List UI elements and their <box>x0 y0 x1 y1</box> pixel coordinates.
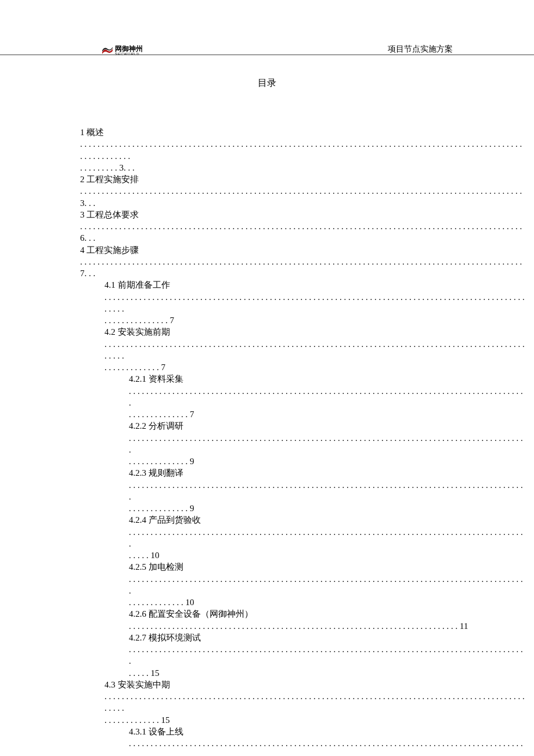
toc-entry-leader: . . . . . . . . . . . . . . . . . . . . … <box>129 432 525 456</box>
toc-entry-title: 4.2.6 配置安全设备（网御神州） <box>129 608 525 620</box>
toc-entry-leader: . . . . . . . . . 3. . . <box>80 162 525 173</box>
toc-entry-title: 4 工程实施步骤 <box>80 244 525 256</box>
toc-entry-leader: . . . . . . . . . . . . . . . . . . . . … <box>80 185 525 209</box>
toc-entry-leader: . . . . . . . . . . . . . . . . . . . . … <box>129 573 525 597</box>
page-header: 网御神州 SECWORLD 项目节点实施方案 <box>0 41 534 55</box>
toc-entry-title: 4.2.3 规则翻译 <box>129 467 525 479</box>
toc-entry[interactable]: 4.3.1 设备上线. . . . . . . . . . . . . . . … <box>80 726 525 756</box>
page: 网御神州 SECWORLD 项目节点实施方案 目录 1 概述. . . . . … <box>0 0 534 756</box>
toc-entry-leader: . . . . . . . . . . . . . . . . . . . . … <box>129 526 525 550</box>
toc-entry-title: 4.1 前期准备工作 <box>104 279 525 291</box>
toc-entry[interactable]: 4.2.4 产品到货验收. . . . . . . . . . . . . . … <box>80 514 525 561</box>
logo: 网御神州 SECWORLD <box>102 45 143 56</box>
toc-entry-title: 4.3 安装实施中期 <box>104 679 525 690</box>
toc-entry[interactable]: 4.2 安装实施前期. . . . . . . . . . . . . . . … <box>80 326 525 373</box>
toc-entry[interactable]: 3 工程总体要求. . . . . . . . . . . . . . . . … <box>80 209 525 244</box>
toc-entry-leader: . . . . . . . . . . . . . . . . . . . . … <box>129 385 525 409</box>
toc-entry[interactable]: 4.2.2 分析调研. . . . . . . . . . . . . . . … <box>80 420 525 467</box>
toc-entry[interactable]: 4.2.7 模拟环境测试. . . . . . . . . . . . . . … <box>80 632 525 679</box>
toc-entry-leader: . . . . . 15 <box>129 667 525 679</box>
toc-entry-leader: . . . . . . . . . . . . . . . . . . . . … <box>129 479 525 503</box>
toc-entry[interactable]: 4.2.1 资料采集. . . . . . . . . . . . . . . … <box>80 373 525 420</box>
toc-entry-leader: . . . . . . . . . . . . . . . . . . . . … <box>104 338 525 362</box>
toc-entry-leader: . . . . . . . . . . . . . . . . . . . . … <box>129 643 525 667</box>
toc-heading: 目录 <box>0 77 534 89</box>
toc-entry-leader: . . . . . . . . . . . . . . . . . . . . … <box>80 138 525 162</box>
toc-entry[interactable]: 4.3 安装实施中期. . . . . . . . . . . . . . . … <box>80 679 525 726</box>
toc-entry-title: 4.2.5 加电检测 <box>129 561 525 573</box>
toc-entry[interactable]: 2 工程实施安排. . . . . . . . . . . . . . . . … <box>80 173 525 209</box>
toc-entry[interactable]: 4.2.5 加电检测. . . . . . . . . . . . . . . … <box>80 561 525 608</box>
toc-entry-leader: . . . . . . . . . . . . . 7 <box>104 361 525 373</box>
toc-entry-title: 1 概述 <box>80 126 525 138</box>
toc-entry-leader: . . . . . . . . . . . . . . . . . . . . … <box>129 620 525 632</box>
toc-entry-title: 4.2 安装实施前期 <box>104 326 525 338</box>
toc-entry-title: 3 工程总体要求 <box>80 209 525 220</box>
toc-entry-title: 4.2.2 分析调研 <box>129 420 525 432</box>
toc-entry-leader: . . . . . . . . . . . . . 15 <box>104 714 525 726</box>
logo-cn: 网御神州 <box>115 45 143 52</box>
table-of-contents: 1 概述. . . . . . . . . . . . . . . . . . … <box>0 126 534 756</box>
logo-text: 网御神州 SECWORLD <box>115 45 143 56</box>
toc-entry-leader: . . . . . . . . . . . . . . . . . . . . … <box>80 256 525 280</box>
toc-entry-leader: . . . . . . . . . . . . . . . . . . . . … <box>80 220 525 244</box>
toc-entry-leader: . . . . . . . . . . . . . . . . . . . . … <box>104 291 525 315</box>
toc-entry-leader: . . . . . 10 <box>129 549 525 561</box>
toc-entry-leader: . . . . . . . . . . . . . . . . . . . . … <box>129 737 525 756</box>
toc-entry-leader: . . . . . . . . . . . . . . 7 <box>129 408 525 420</box>
toc-entry-leader: . . . . . . . . . . . . . . . . . . . . … <box>104 690 525 714</box>
logo-en: SECWORLD <box>115 52 143 56</box>
header-doc-title: 项目节点实施方案 <box>388 44 453 55</box>
toc-entry-title: 4.2.1 资料采集 <box>129 373 525 385</box>
toc-entry-title: 4.2.7 模拟环境测试 <box>129 632 525 643</box>
logo-icon <box>102 47 113 54</box>
toc-entry[interactable]: 4.1 前期准备工作. . . . . . . . . . . . . . . … <box>80 279 525 326</box>
toc-entry-leader: . . . . . . . . . . . . . 10 <box>129 596 525 608</box>
toc-entry[interactable]: 4.2.6 配置安全设备（网御神州）. . . . . . . . . . . … <box>80 608 525 632</box>
toc-entry-title: 2 工程实施安排 <box>80 173 525 185</box>
toc-entry-title: 4.2.4 产品到货验收 <box>129 514 525 526</box>
toc-entry-leader: . . . . . . . . . . . . . . . 7 <box>104 314 525 326</box>
toc-entry-leader: . . . . . . . . . . . . . . 9 <box>129 502 525 514</box>
toc-entry[interactable]: 4.2.3 规则翻译. . . . . . . . . . . . . . . … <box>80 467 525 514</box>
toc-entry[interactable]: 4 工程实施步骤. . . . . . . . . . . . . . . . … <box>80 244 525 280</box>
toc-entry-leader: . . . . . . . . . . . . . . 9 <box>129 455 525 467</box>
toc-entry[interactable]: 1 概述. . . . . . . . . . . . . . . . . . … <box>80 126 525 173</box>
toc-entry-title: 4.3.1 设备上线 <box>129 726 525 737</box>
